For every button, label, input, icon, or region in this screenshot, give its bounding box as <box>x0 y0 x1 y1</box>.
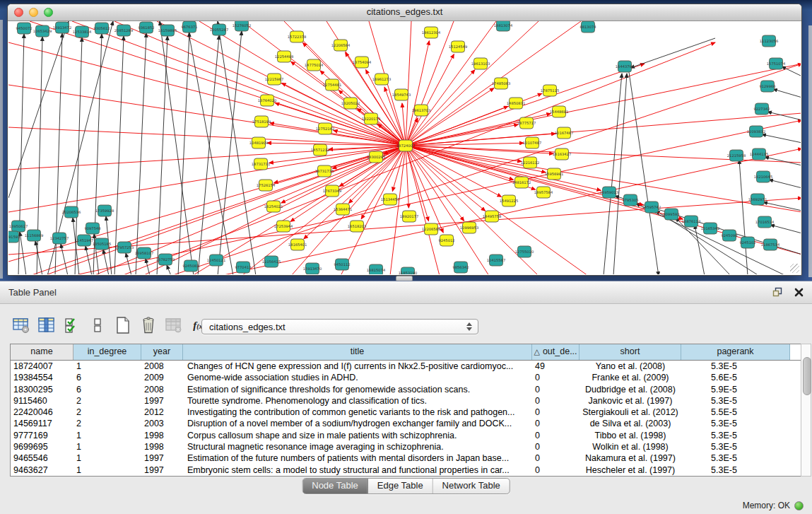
graph-node[interactable]: 10107487 <box>523 137 541 148</box>
table-row[interactable]: 1830029562008Estimation of significance … <box>11 384 801 395</box>
delete-column-button[interactable] <box>139 316 158 335</box>
graph-node[interactable]: 14595742 <box>642 201 661 213</box>
column-header-pagerank[interactable]: pagerank <box>681 344 790 360</box>
graph-node[interactable]: 15722378 <box>288 31 306 42</box>
graph-node[interactable]: 12342757 <box>50 233 69 244</box>
column-header-name[interactable]: name <box>11 344 73 360</box>
graph-node[interactable]: 18612304 <box>422 27 441 38</box>
table-row[interactable]: 1938455462009Genome-wide association stu… <box>11 372 801 383</box>
close-panel-button[interactable] <box>792 286 805 298</box>
graph-node[interactable]: 11056415 <box>262 256 281 267</box>
graph-node[interactable]: 18813074 <box>494 21 513 31</box>
graph-node[interactable]: 14816172 <box>512 177 531 188</box>
table-selector-dropdown[interactable]: citations_edges.txt <box>201 319 478 334</box>
graph-node[interactable]: 9450112 <box>334 259 350 270</box>
graph-node[interactable]: 8813074 <box>579 21 596 33</box>
graph-node[interactable]: 15913470 <box>303 263 322 274</box>
table-row[interactable]: 1872400712008Changes of HCN gene express… <box>11 361 801 372</box>
graph-node[interactable]: 9245083 <box>182 260 199 271</box>
table-row[interactable]: 969969511998Structural magnetic resonanc… <box>11 441 801 452</box>
graph-node[interactable]: 11156869 <box>25 230 43 241</box>
graph-node[interactable]: 15491225 <box>500 195 518 206</box>
graph-node[interactable]: 18775717 <box>517 117 536 129</box>
graph-node[interactable]: 17875115 <box>541 85 559 96</box>
graph-node[interactable]: 13505185 <box>93 238 111 250</box>
graph-node[interactable]: 11451947 <box>75 235 93 246</box>
graph-node[interactable]: 14850831 <box>507 98 525 109</box>
graph-node[interactable]: 13754094 <box>353 57 372 68</box>
graph-node[interactable]: 13220173 <box>362 113 380 124</box>
graph-node[interactable]: 9245098 <box>721 230 737 241</box>
graph-node[interactable]: 15276052 <box>233 21 251 31</box>
graph-node[interactable]: 20206536 <box>62 206 81 218</box>
graph-node[interactable]: 17359928 <box>95 205 114 216</box>
column-header-year[interactable]: year <box>141 344 183 360</box>
graph-node[interactable]: 16961273 <box>372 74 391 85</box>
graph-node[interactable]: 14571212 <box>311 144 329 156</box>
tab-node-table[interactable]: Node Table <box>302 479 368 493</box>
column-settings-button[interactable] <box>11 316 30 335</box>
graph-node[interactable]: 10481909 <box>249 137 268 148</box>
graph-node[interactable]: 9676371 <box>181 21 197 33</box>
graph-node[interactable]: 9305612 <box>93 23 110 34</box>
graph-node[interactable]: 13950617 <box>9 221 28 232</box>
zoom-window-button[interactable] <box>44 8 53 17</box>
graph-node[interactable]: 12444135 <box>750 148 768 160</box>
graph-node[interactable]: 13764020 <box>258 95 276 106</box>
graph-node[interactable]: 18731731 <box>252 158 270 170</box>
table-row[interactable]: 946554611997Estimation of the future num… <box>11 452 801 464</box>
graph-node[interactable]: 15692971 <box>748 194 767 205</box>
graph-node[interactable]: 12206588 <box>422 223 440 235</box>
graph-node[interactable]: 9795305 <box>622 194 638 206</box>
graph-node[interactable]: 12254498 <box>275 51 293 62</box>
graph-node[interactable]: 11123056 <box>760 35 778 47</box>
graph-node[interactable]: 16159895 <box>158 25 177 36</box>
graph-node[interactable]: 9856342 <box>452 262 469 273</box>
deselect-rows-button[interactable] <box>88 316 107 335</box>
graph-node[interactable]: 18549743 <box>392 89 411 100</box>
graph-node[interactable]: 9450072 <box>16 23 32 34</box>
graph-node[interactable]: 20851289 <box>114 25 133 36</box>
graph-node[interactable]: 16815074 <box>367 264 386 274</box>
memory-status-indicator[interactable] <box>794 501 804 510</box>
column-header-out_degree[interactable]: △out_de... <box>532 344 579 360</box>
graph-node[interactable]: 16254021 <box>264 201 283 212</box>
graph-node[interactable]: 18920177 <box>400 211 418 222</box>
table-vertical-scrollbar[interactable] <box>801 344 811 477</box>
graph-node[interactable]: 18957584 <box>534 187 553 198</box>
graph-node[interactable]: 11867534 <box>761 239 780 250</box>
table-row[interactable]: 977716911998Corpus callosum shape and si… <box>11 430 801 441</box>
tab-network-table[interactable]: Network Table <box>433 479 510 493</box>
graph-node[interactable]: 16958107 <box>135 247 153 259</box>
graph-node[interactable]: 17016514 <box>755 216 775 228</box>
graph-node[interactable]: 12215987 <box>265 74 283 85</box>
graph-node[interactable]: 15448691 <box>550 106 568 117</box>
tab-edge-table[interactable]: Edge Table <box>368 479 433 493</box>
graph-node[interactable]: 16443794 <box>616 61 635 72</box>
column-header-in_degree[interactable]: in_degree <box>73 344 141 360</box>
graph-node[interactable]: 16959013 <box>600 187 618 198</box>
graph-node[interactable]: 9391597 <box>8 231 20 243</box>
graph-node[interactable]: 9097548 <box>84 223 100 234</box>
graph-node[interactable]: 15956991 <box>545 168 563 180</box>
graph-node[interactable]: 15124549 <box>449 41 467 52</box>
table-row[interactable]: 946362711997Embryonic stem cells: a mode… <box>11 465 801 476</box>
graph-node[interactable]: 16210645 <box>754 171 772 182</box>
graph-node[interactable]: 12533814 <box>73 26 92 37</box>
graph-node[interactable]: 12752162 <box>316 123 334 134</box>
graph-node[interactable]: 9227342 <box>753 103 770 115</box>
graph-node[interactable]: 17957253 <box>115 242 134 253</box>
close-window-button[interactable] <box>14 8 23 17</box>
graph-node[interactable]: 17485083 <box>492 78 510 89</box>
graph-node[interactable]: 19613103 <box>471 58 490 69</box>
graph-node[interactable]: 18300295 <box>367 151 385 163</box>
column-header-title[interactable]: title <box>183 344 532 360</box>
graph-node[interactable]: 10165342 <box>701 223 719 234</box>
graph-node[interactable]: 19613703 <box>412 105 430 116</box>
graph-node[interactable]: 17526154 <box>257 180 276 191</box>
column-header-short[interactable]: short <box>579 344 681 360</box>
graph-node[interactable]: 14775014 <box>305 59 324 71</box>
graph-node[interactable]: 12450121 <box>207 255 225 266</box>
window-resize-grip[interactable] <box>790 264 799 273</box>
create-column-button[interactable] <box>113 316 132 335</box>
